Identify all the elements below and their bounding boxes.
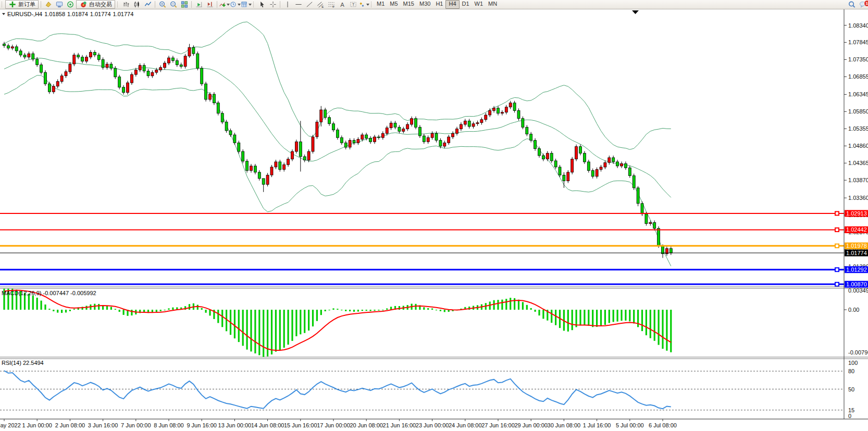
svg-text:1.07350: 1.07350 [848,56,868,62]
price-tag-1.01292: 1.01292 [845,267,868,273]
timeframe-h4[interactable]: H4 [445,0,459,9]
svg-text:1.05355: 1.05355 [848,125,868,132]
terminal-button[interactable] [54,1,65,8]
toolbar-drag-handle [2,2,3,7]
price-tag-1.01774: 1.01774 [845,249,868,256]
timeframe-w1[interactable]: W1 [472,0,486,8]
equidistant-channel-icon: E [316,1,325,8]
svg-text:7 Jun 00:00: 7 Jun 00:00 [121,422,151,428]
svg-text:3 Jun 16:00: 3 Jun 16:00 [88,422,118,428]
svg-text:20 Jun 08:00: 20 Jun 08:00 [350,422,383,428]
timeframe-m5[interactable]: M5 [387,0,400,8]
chart-area[interactable]: 1.083401.078451.073501.068551.063451.058… [0,0,868,431]
line-chart-icon [144,1,152,8]
svg-text:1.01774: 1.01774 [846,250,867,256]
periods-button[interactable] [230,1,241,8]
expert-advisor-button[interactable] [65,1,76,8]
text-icon: A [338,1,346,8]
horizontal-line-button[interactable] [293,1,304,8]
arrows-button[interactable] [358,1,369,8]
crosshair-icon [269,1,277,8]
svg-text:15: 15 [848,407,854,413]
toolbar-separator [191,1,192,8]
svg-text:0.00: 0.00 [848,307,859,313]
trend-line-button[interactable] [304,1,315,8]
indicators-button[interactable] [219,1,230,8]
toolbar-separator [41,1,41,8]
svg-text:1.05850: 1.05850 [848,108,868,115]
timeframe-mn[interactable]: MN [486,0,500,8]
timeframe-h1[interactable]: H1 [433,0,445,8]
line-chart-button[interactable] [142,1,153,8]
bar-chart-icon [122,1,130,8]
templates-icon [241,1,247,8]
zoom-in-icon [158,1,167,8]
rsi-value: 22.5494 [23,360,44,366]
svg-text:1.08340: 1.08340 [848,22,868,29]
chart-title: EURUSD-,H41.018581.018741.017741.01774 [2,11,133,17]
toolbar-separator [280,1,280,8]
macd-indicator-label: MACD(12,26,9) -0.007447 -0.005992 [2,290,96,296]
fibonacci-button[interactable]: F [326,1,337,8]
svg-text:F: F [332,5,334,8]
search-button[interactable] [846,1,857,8]
svg-text:1.06855: 1.06855 [848,73,868,80]
svg-text:23 Jun 00:00: 23 Jun 00:00 [416,422,449,428]
text-label-icon: T [349,1,357,8]
search-icon [848,1,856,8]
svg-text:A: A [340,2,344,8]
chart-object-button[interactable] [43,1,54,8]
periods-icon [230,1,237,8]
svg-text:1.00870: 1.00870 [846,281,867,287]
zoom-in-button[interactable] [157,1,168,8]
candle-chart-icon [133,1,141,8]
vertical-line-icon [283,1,292,8]
vertical-line-button[interactable] [282,1,293,8]
trend-line-icon [305,1,314,8]
timeframe-m15[interactable]: M15 [401,0,417,8]
candlestick-chart-button[interactable] [131,1,142,8]
timeframe-m1[interactable]: M1 [374,0,387,8]
price-tag-1.02442: 1.02442 [845,226,868,233]
new-order-button[interactable]: 新订单 [5,0,39,9]
cursor-button[interactable] [256,1,267,8]
tile-windows-icon [180,1,189,8]
expert-advisor-icon [66,1,75,8]
auto-scroll-button[interactable] [193,1,204,8]
svg-text:E: E [321,5,324,8]
svg-text:24 Jun 08:00: 24 Jun 08:00 [449,422,482,428]
toolbar-drag-handle [117,2,119,7]
timeframe-m30[interactable]: M30 [417,0,433,8]
chart-dropdown-icon[interactable] [2,13,5,15]
svg-text:-0.007969: -0.007969 [848,349,868,356]
bar-chart-button[interactable] [120,1,131,8]
auto-trading-button[interactable]: 自动交易 [76,0,115,9]
chart-shift-button[interactable] [204,1,215,8]
tile-windows-button[interactable] [179,1,190,8]
svg-text:30 Jun 08:00: 30 Jun 08:00 [548,422,581,428]
auto-trading-button-label: 自动交易 [89,1,112,8]
svg-text:100: 100 [848,360,858,366]
price-tag-1.01978: 1.01978 [845,243,868,249]
svg-text:21 Jun 16:00: 21 Jun 16:00 [383,422,416,428]
equidistant-channel-button[interactable]: E [315,1,326,8]
text-button[interactable]: A [337,1,348,8]
price-tag-1.02913: 1.02913 [845,210,868,217]
chart-symbol: EURUSD-,H4 [7,11,42,17]
timeframe-d1[interactable]: D1 [460,0,472,8]
new-order-icon [8,1,17,8]
svg-text:6 Jul 08:00: 6 Jul 08:00 [649,422,677,428]
fibonacci-icon: F [327,1,336,8]
notifications-button[interactable]: 1 [857,1,868,8]
text-label-button[interactable]: T [348,1,358,8]
auto-trading-icon [79,1,88,8]
svg-text:1.02442: 1.02442 [846,226,867,233]
zoom-out-icon [169,1,178,8]
templates-button[interactable] [241,1,252,8]
svg-text:1 Jun 00:00: 1 Jun 00:00 [22,422,52,428]
crosshair-button[interactable] [267,1,278,8]
zoom-out-button[interactable] [168,1,179,8]
toolbar-separator [155,1,155,8]
macd-values: -0.007447 -0.005992 [43,290,96,296]
svg-text:50: 50 [848,386,854,392]
